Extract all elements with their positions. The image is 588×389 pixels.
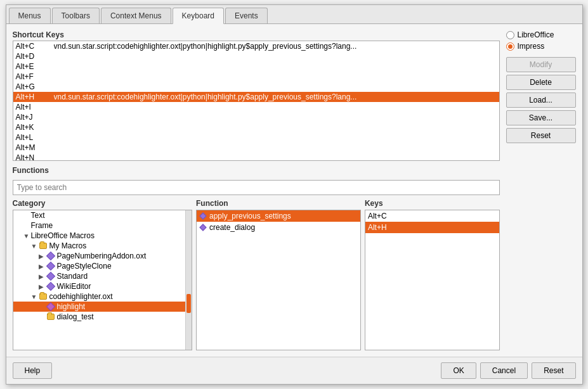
tree-item-codehighlighter[interactable]: ▼ codehighlighter.oxt [13,291,192,302]
load-button[interactable]: Load... [506,92,576,108]
shortcut-row-altc[interactable]: Alt+C vnd.sun.star.script:codehighlighte… [13,41,499,51]
tree-item-pagenumbering[interactable]: ▶ PageNumberingAddon.oxt [13,251,192,261]
tree-label: codehighlighter.oxt [49,292,113,301]
tree-label: WikiEditor [57,282,91,291]
tree-arrow: ▼ [31,293,39,300]
shortcut-list-container[interactable]: Alt+C vnd.sun.star.script:codehighlighte… [13,41,500,161]
ok-button[interactable]: OK [441,362,476,379]
modify-button[interactable]: Modify [506,57,576,72]
tree-item-wikieditor[interactable]: ▶ WikiEditor [13,281,192,291]
shortcut-keys-section: Shortcut Keys Alt+C vnd.sun.star.script:… [13,30,500,161]
radio-libreoffice[interactable]: LibreOffice [506,30,576,39]
shortcut-value: vnd.sun.star.script:codehighlighter.oxt|… [54,92,357,101]
tree-item-my-macros[interactable]: ▼ My Macros [13,241,192,251]
shortcut-key: Alt+N [16,153,54,161]
radio-libreoffice-label: LibreOffice [518,30,554,39]
shortcut-row-alth[interactable]: Alt+H vnd.sun.star.script:codehighlighte… [13,92,499,102]
shortcut-row-altd[interactable]: Alt+D [13,51,499,61]
category-scrollbar[interactable] [185,210,192,350]
shortcut-key: Alt+K [16,123,54,132]
shortcut-row-alte[interactable]: Alt+E [13,61,499,72]
diamond-icon [46,262,55,271]
cancel-button[interactable]: Cancel [480,362,528,379]
tree-item-standard[interactable]: ▶ Standard [13,271,192,281]
delete-button[interactable]: Delete [506,75,576,90]
diamond-icon [46,282,55,291]
save-button[interactable]: Save... [506,110,576,125]
category-panel: Category Text Frame ▼ [13,199,193,350]
shortcut-key: Alt+M [16,143,54,152]
shortcut-keys-label: Shortcut Keys [13,30,500,39]
shortcut-row-altk[interactable]: Alt+K [13,122,499,132]
shortcut-key: Alt+E [16,62,54,71]
functions-section: Functions Category Text [13,166,500,350]
reset-bottom-button[interactable]: Reset [532,362,575,379]
shortcut-row-altn[interactable]: Alt+N [13,153,499,161]
shortcut-row-altm[interactable]: Alt+M [13,143,499,153]
shortcut-key: Alt+L [16,133,54,142]
shortcut-key: Alt+G [16,82,54,91]
tree-arrow: ▶ [39,253,46,260]
three-columns: Category Text Frame ▼ [13,199,500,350]
shortcut-key: Alt+J [16,113,54,122]
tree-item-frame[interactable]: Frame [13,220,192,231]
radio-group: LibreOffice Impress [506,30,576,51]
shortcut-row-altg[interactable]: Alt+G [13,82,499,92]
shortcut-key: Alt+C [16,42,54,51]
main-content: Shortcut Keys Alt+C vnd.sun.star.script:… [6,24,582,357]
category-list[interactable]: Text Frame ▼ LibreOffice Macros [13,210,193,350]
keys-panel: Keys Alt+C Alt+H [365,199,500,350]
tab-menus[interactable]: Menus [9,8,51,23]
tree-item-pagestyleclone[interactable]: ▶ PageStyleClone [13,261,192,271]
shortcut-row-altj[interactable]: Alt+J [13,112,499,122]
tab-keyboard[interactable]: Keyboard [173,8,224,24]
tab-toolbars[interactable]: Toolbars [52,8,100,23]
shortcut-list: Alt+C vnd.sun.star.script:codehighlighte… [13,41,499,161]
diamond-icon [46,302,55,311]
tree-item-libreoffice-macros[interactable]: ▼ LibreOffice Macros [13,231,192,241]
bottom-right-buttons: OK Cancel Reset [441,362,575,379]
key-item-alth[interactable]: Alt+H [365,222,499,233]
tree-arrow: ▶ [39,263,46,270]
shortcut-row-altl[interactable]: Alt+L [13,132,499,143]
func-label: apply_previous_settings [209,212,291,220]
tree-label: highlight [57,302,86,311]
shortcut-value: vnd.sun.star.script:codehighlighter.oxt|… [54,42,357,51]
tab-context-menus[interactable]: Context Menus [101,8,171,23]
tree-item-text[interactable]: Text [13,210,192,220]
radio-dot [508,44,513,49]
tree-item-highlight[interactable]: highlight [13,302,192,312]
tree-item-dialog-test[interactable]: dialog_test [13,312,192,322]
tree-arrow: ▼ [31,243,39,250]
tree-label: Text [31,211,45,220]
func-item-create[interactable]: create_dialog [197,222,360,233]
radio-impress[interactable]: Impress [506,42,576,51]
radio-circle-impress [506,42,514,51]
tree-arrow: ▼ [23,233,31,239]
tree-label: Frame [31,221,53,230]
tree-label: Standard [57,272,88,281]
dialog: Menus Toolbars Context Menus Keyboard Ev… [6,4,583,385]
shortcut-row-alti[interactable]: Alt+I [13,102,499,112]
shortcut-key: Alt+D [16,52,54,61]
shortcut-key: Alt+H [16,92,54,101]
key-item-altc[interactable]: Alt+C [365,210,499,222]
diamond-icon [46,272,55,281]
tab-events[interactable]: Events [225,8,268,23]
tree-label: PageStyleClone [57,262,112,271]
tree-arrow: ▶ [39,273,46,280]
function-list[interactable]: apply_previous_settings create_dialog [196,210,361,350]
func-item-apply[interactable]: apply_previous_settings [197,210,360,222]
tree-label: PageNumberingAddon.oxt [57,252,147,260]
keys-list[interactable]: Alt+C Alt+H [365,210,500,350]
functions-label: Functions [13,166,500,175]
help-button[interactable]: Help [13,362,53,379]
reset-button[interactable]: Reset [506,128,576,143]
function-panel: Function apply_previous_settings create_… [196,199,361,350]
tree-label: LibreOffice Macros [31,231,95,240]
shortcut-row-altf[interactable]: Alt+F [13,72,499,82]
category-header: Category [13,199,193,208]
left-panel: Shortcut Keys Alt+C vnd.sun.star.script:… [13,30,500,350]
func-diamond-icon [199,212,207,220]
search-input[interactable] [13,180,500,195]
